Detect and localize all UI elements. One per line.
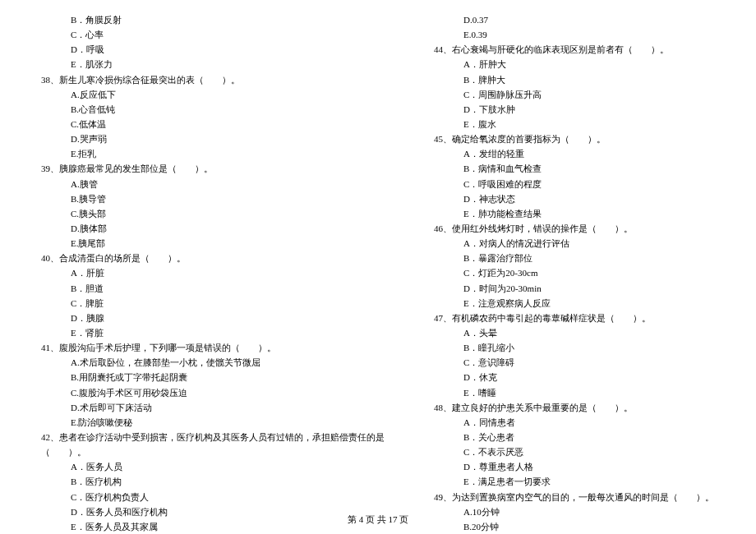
option-line: D．休克: [434, 370, 715, 384]
option-line: D．时间为20-30min: [434, 281, 715, 296]
option-line: B．病情和血气检查: [434, 161, 715, 176]
option-line: D．呼吸: [41, 42, 385, 57]
option-line: C．心率: [41, 27, 385, 42]
option-line: B．关心患者: [434, 430, 715, 444]
question-line: 39、胰腺癌最常见的发生部位是（ ）。: [41, 161, 385, 176]
question-line: 41、腹股沟疝手术后护理，下列哪一项是错误的（ ）。: [41, 340, 385, 355]
option-line: E．肺功能检查结果: [434, 206, 715, 221]
option-line: C．周围静脉压升高: [434, 87, 715, 102]
option-line: D．胰腺: [41, 311, 385, 325]
left-column: B．角膜反射C．心率D．呼吸E．肌张力38、新生儿寒冷损伤综合征最突出的表（ ）…: [41, 12, 385, 497]
option-line: D.术后即可下床活动: [41, 400, 385, 415]
option-line: E.防治咳嗽便秘: [41, 415, 385, 430]
page-columns: B．角膜反射C．心率D．呼吸E．肌张力38、新生儿寒冷损伤综合征最突出的表（ ）…: [41, 12, 715, 497]
option-line: C.低体温: [41, 117, 385, 131]
option-line: B．胆道: [41, 281, 385, 296]
option-line: A.胰管: [41, 177, 385, 191]
option-line: C．意识障碍: [434, 355, 715, 370]
option-line: E．注意观察病人反应: [434, 296, 715, 311]
option-line: B．暴露治疗部位: [434, 251, 715, 265]
option-line: B．角膜反射: [41, 12, 385, 27]
option-line: A．同情患者: [434, 415, 715, 430]
option-line: C．脾脏: [41, 296, 385, 311]
option-line: E．肌张力: [41, 57, 385, 71]
question-line: 49、为达到置换病室内空气的目的，一般每次通风的时间是（ ）。: [434, 490, 715, 504]
question-line: 38、新生儿寒冷损伤综合征最突出的表（ ）。: [41, 72, 385, 87]
option-line: A．发绀的轻重: [434, 146, 715, 161]
option-line: E．肾脏: [41, 325, 385, 340]
option-line: D.0.37: [434, 12, 715, 27]
option-line: D．尊重患者人格: [434, 459, 715, 474]
right-column: D.0.37E.0.3944、右心衰竭与肝硬化的临床表现区别是前者有（ ）。A．…: [434, 12, 715, 497]
option-line: C．灯距为20-30cm: [434, 265, 715, 280]
option-line: A.反应低下: [41, 87, 385, 102]
option-line: C．不表示厌恶: [434, 444, 715, 459]
option-line: A.术后取卧位，在膝部垫一小枕，使髋关节微屈: [41, 355, 385, 370]
option-line: B．医疗机构: [41, 474, 385, 489]
page-footer: 第 4 页 共 17 页: [0, 513, 756, 526]
question-line: 42、患者在诊疗活动中受到损害，医疗机构及其医务人员有过错的，承担赔偿责任的是: [41, 430, 385, 444]
option-line: C．呼吸困难的程度: [434, 177, 715, 191]
option-line: A．医务人员: [41, 459, 385, 474]
question-line: 40、合成清蛋白的场所是（ ）。: [41, 251, 385, 265]
option-line: E.拒乳: [41, 146, 385, 161]
option-line: D．神志状态: [434, 191, 715, 206]
option-line: B.用阴囊托或丁字带托起阴囊: [41, 370, 385, 384]
option-line: B．脾肿大: [434, 72, 715, 87]
option-line: D．下肢水肿: [434, 102, 715, 117]
option-line: E．腹水: [434, 117, 715, 131]
option-line: A．肝肿大: [434, 57, 715, 71]
option-line: E.胰尾部: [41, 236, 385, 251]
option-line: E．满足患者一切要求: [434, 474, 715, 489]
option-line: B.心音低钝: [41, 102, 385, 117]
option-line: D.胰体部: [41, 221, 385, 236]
question-line: 45、确定给氧浓度的首要指标为（ ）。: [434, 131, 715, 146]
option-line: C.胰头部: [41, 206, 385, 221]
option-line: A．头晕: [434, 325, 715, 340]
option-line: C．医疗机构负责人: [41, 490, 385, 504]
option-line: E．嗜睡: [434, 385, 715, 400]
option-line: A．对病人的情况进行评估: [434, 236, 715, 251]
option-line: B.胰导管: [41, 191, 385, 206]
question-line: 46、使用红外线烤灯时，错误的操作是（ ）。: [434, 221, 715, 236]
question-line: 48、建立良好的护患关系中最重要的是（ ）。: [434, 400, 715, 415]
option-line: C.腹股沟手术区可用砂袋压迫: [41, 385, 385, 400]
option-line: E.0.39: [434, 27, 715, 42]
option-line: B．瞳孔缩小: [434, 340, 715, 355]
question-line: （ ）。: [41, 444, 385, 459]
option-line: A．肝脏: [41, 265, 385, 280]
question-line: 44、右心衰竭与肝硬化的临床表现区别是前者有（ ）。: [434, 42, 715, 57]
question-line: 47、有机磷农药中毒引起的毒蕈碱样症状是（ ）。: [434, 311, 715, 325]
option-line: D.哭声弱: [41, 131, 385, 146]
